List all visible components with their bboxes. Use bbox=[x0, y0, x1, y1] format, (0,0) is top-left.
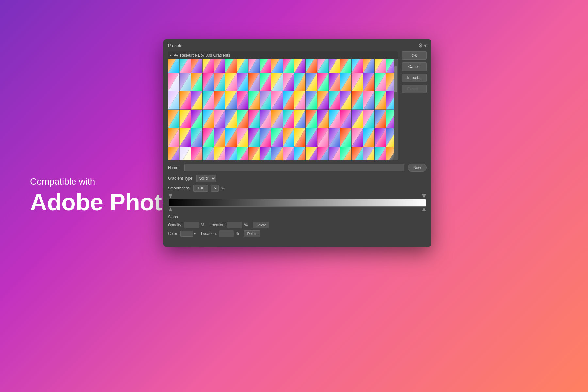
gear-button[interactable]: ⚙ ▾ bbox=[418, 42, 427, 49]
opacity-location-label: Location: bbox=[210, 223, 226, 227]
stops-section: Stops Opacity: % Location: % Delete bbox=[168, 215, 427, 237]
color-arrow-icon: ▾ bbox=[194, 232, 196, 236]
main-area: ▾ 🗁 Resource Boy 80s Gradients OK bbox=[163, 51, 431, 160]
import-button[interactable]: Import... bbox=[402, 74, 427, 82]
color-delete-button[interactable]: Delete bbox=[244, 230, 260, 237]
top-stop-handle-left[interactable] bbox=[169, 194, 172, 198]
preset-panel: ▾ 🗁 Resource Boy 80s Gradients bbox=[168, 51, 398, 160]
cancel-button[interactable]: Cancel bbox=[402, 62, 427, 71]
opacity-location-group: Location: % bbox=[210, 222, 248, 228]
chevron-down-icon: ▾ bbox=[170, 54, 172, 57]
gradient-type-select[interactable]: Solid Noise bbox=[196, 175, 216, 182]
color-swatch-dropdown[interactable]: ▾ bbox=[180, 231, 196, 237]
opacity-stop-row: Opacity: % Location: % Delete bbox=[168, 222, 427, 228]
grid-scrollbar[interactable] bbox=[394, 59, 398, 160]
gradient-bar[interactable] bbox=[169, 199, 426, 207]
export-button[interactable]: Export... bbox=[402, 85, 427, 93]
smoothness-dropdown[interactable] bbox=[211, 185, 219, 192]
presets-title: Presets bbox=[168, 43, 182, 48]
color-location-group: Location: % bbox=[201, 230, 239, 237]
bottom-stop-handles bbox=[168, 207, 427, 211]
color-label: Color: bbox=[168, 231, 178, 236]
right-buttons: OK Cancel Import... Export... bbox=[398, 51, 431, 160]
gradient-type-label: Gradient Type: bbox=[168, 176, 194, 181]
top-stop-handles bbox=[168, 194, 427, 198]
opacity-label: Opacity: bbox=[168, 223, 182, 227]
smoothness-input[interactable] bbox=[193, 185, 208, 192]
opacity-field-group: Opacity: % bbox=[168, 222, 204, 228]
opacity-location-input[interactable] bbox=[227, 222, 242, 228]
scrollbar-thumb bbox=[394, 66, 397, 92]
gradient-type-row: Gradient Type: Solid Noise bbox=[168, 175, 427, 182]
color-location-input[interactable] bbox=[219, 230, 234, 237]
gradient-grid-wrapper bbox=[168, 59, 398, 160]
gradient-dialog: Presets ⚙ ▾ ▾ 🗁 Resource Boy 80s Gradien… bbox=[163, 39, 431, 247]
name-row: Name: New bbox=[168, 164, 427, 172]
new-button[interactable]: New bbox=[408, 164, 427, 172]
gradient-grid-svg bbox=[168, 59, 398, 160]
opacity-delete-button[interactable]: Delete bbox=[253, 222, 269, 228]
top-stop-handle-right[interactable] bbox=[422, 194, 426, 198]
color-field-group: Color: ▾ bbox=[168, 231, 196, 237]
smoothness-row: Smoothness: % bbox=[168, 185, 427, 192]
folder-icon: 🗁 bbox=[173, 53, 178, 58]
stops-title: Stops bbox=[168, 215, 427, 219]
opacity-percent: % bbox=[201, 223, 204, 227]
opacity-input[interactable] bbox=[184, 222, 199, 228]
folder-name: Resource Boy 80s Gradients bbox=[180, 53, 230, 57]
bottom-stop-handle-right[interactable] bbox=[422, 207, 426, 211]
color-stop-row: Color: ▾ Location: % Delete bbox=[168, 230, 427, 237]
color-swatch bbox=[180, 231, 193, 237]
name-input[interactable] bbox=[184, 164, 404, 171]
ok-button[interactable]: OK bbox=[402, 51, 427, 60]
name-label: Name: bbox=[168, 165, 181, 170]
gradient-bar-section bbox=[168, 194, 427, 211]
bottom-stop-handle-left[interactable] bbox=[169, 207, 172, 211]
bottom-section: Name: New Gradient Type: Solid Noise Smo… bbox=[163, 160, 431, 239]
dialog-header: Presets ⚙ ▾ bbox=[163, 39, 431, 51]
color-location-label: Location: bbox=[201, 231, 217, 236]
smoothness-label: Smoothness: bbox=[168, 186, 191, 190]
folder-row[interactable]: ▾ 🗁 Resource Boy 80s Gradients bbox=[168, 51, 398, 59]
percent-sign: % bbox=[221, 186, 225, 190]
opacity-location-percent: % bbox=[244, 223, 248, 227]
color-location-percent: % bbox=[236, 231, 239, 236]
